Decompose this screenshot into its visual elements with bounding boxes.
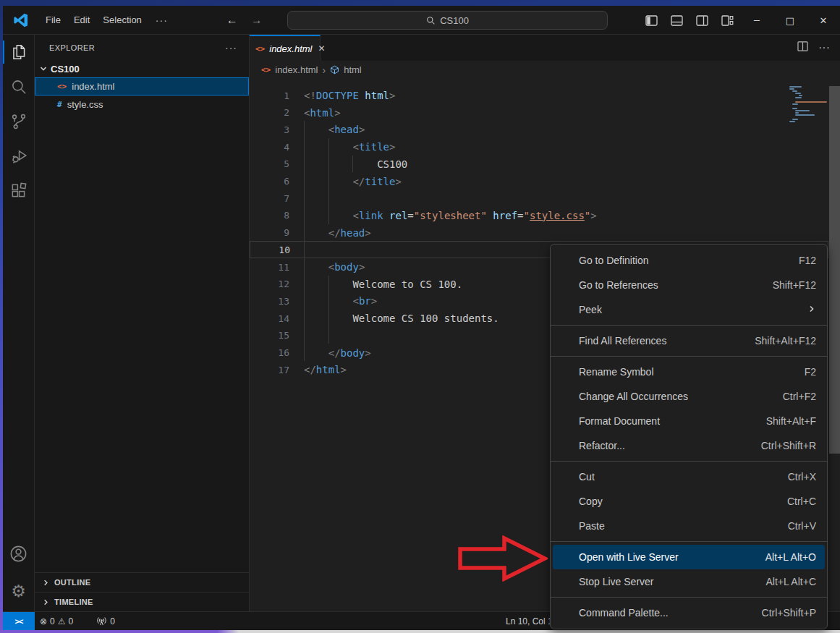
file-row-style-css[interactable]: #style.css — [35, 95, 249, 114]
menu-item-peek[interactable]: Peek — [553, 297, 825, 322]
tab-close-icon[interactable]: ✕ — [318, 43, 326, 54]
code-line-3[interactable]: 3 <head> — [250, 121, 828, 138]
code-line-8[interactable]: 8 <link rel="stylesheet" href="style.css… — [250, 207, 828, 224]
menu-separator — [551, 325, 827, 326]
chevron-right-icon — [42, 579, 50, 587]
menu-item-label: Go to References — [579, 279, 658, 291]
forward-icon[interactable]: → — [245, 14, 269, 27]
menu-item-shortcut: Ctrl+F2 — [783, 391, 816, 402]
menu-item-shortcut: Shift+Alt+F — [766, 415, 816, 427]
file-tree: <>index.html#style.css — [35, 77, 249, 114]
window-controls: ─ □ ✕ — [639, 6, 840, 35]
menu-item-shortcut: Alt+L Alt+O — [765, 551, 816, 563]
code-line-2[interactable]: 2<html> — [250, 104, 828, 122]
close-button[interactable]: ✕ — [807, 6, 840, 35]
folder-row-cs100[interactable]: CS100 — [35, 60, 249, 77]
port-count: 0 — [110, 616, 115, 626]
menu-item-label: Copy — [579, 496, 603, 507]
menu-item-command-palette[interactable]: Command Palette...Ctrl+Shift+P — [553, 600, 825, 625]
warning-icon: ⚠ — [58, 616, 66, 626]
breadcrumb: <> index.html › html — [250, 61, 840, 79]
outline-section[interactable]: OUTLINE — [35, 572, 249, 592]
menu-file[interactable]: File — [39, 12, 67, 28]
run-debug-icon[interactable] — [3, 139, 35, 174]
menu-item-refactor[interactable]: Refactor...Ctrl+Shift+R — [553, 433, 825, 458]
toggle-sidebar-icon[interactable] — [645, 15, 658, 26]
menu-selection[interactable]: Selection — [96, 12, 148, 28]
breadcrumb-symbol[interactable]: html — [344, 64, 362, 75]
search-sidebar-icon[interactable] — [3, 69, 35, 104]
file-row-index-html[interactable]: <>index.html — [35, 77, 249, 95]
source-control-icon[interactable] — [3, 104, 35, 139]
breadcrumb-file[interactable]: index.html — [275, 64, 318, 75]
menu-item-label: Peek — [579, 304, 602, 315]
maximize-button[interactable]: □ — [773, 6, 807, 35]
html-file-icon: <> — [261, 65, 271, 75]
sidebar-more-icon[interactable]: ··· — [225, 42, 237, 54]
search-icon — [426, 16, 436, 25]
outline-label: OUTLINE — [54, 578, 90, 587]
menu-item-shortcut: Alt+L Alt+C — [765, 576, 816, 587]
account-icon[interactable] — [3, 536, 35, 571]
menu-item-rename-symbol[interactable]: Rename SymbolF2 — [553, 360, 825, 384]
code-line-7[interactable]: 7 — [250, 190, 828, 207]
timeline-label: TIMELINE — [54, 598, 93, 606]
menu-edit[interactable]: Edit — [67, 12, 96, 28]
code-line-4[interactable]: 4 <title> — [250, 138, 828, 156]
settings-gear-icon[interactable]: ⚙ — [3, 571, 35, 611]
menu-item-open-with-live-server[interactable]: Open with Live ServerAlt+L Alt+O — [553, 545, 825, 569]
more-menus-icon[interactable]: ··· — [148, 14, 175, 26]
menu-item-format-document[interactable]: Format DocumentShift+Alt+F — [553, 409, 825, 433]
menu-item-copy[interactable]: CopyCtrl+C — [553, 489, 825, 514]
back-icon[interactable]: ← — [220, 14, 245, 27]
submenu-chevron-icon — [807, 304, 816, 315]
activity-bar: ⚙ — [3, 35, 35, 611]
menu-item-shortcut: Ctrl+V — [788, 520, 816, 532]
menu-item-find-all-references[interactable]: Find All ReferencesShift+Alt+F12 — [553, 328, 825, 353]
context-menu: Go to DefinitionF12Go to ReferencesShift… — [550, 244, 828, 629]
broadcast-icon — [96, 616, 107, 626]
menu-item-stop-live-server[interactable]: Stop Live ServerAlt+L Alt+C — [553, 569, 825, 594]
scrollbar[interactable] — [829, 86, 840, 454]
menu-item-cut[interactable]: CutCtrl+X — [553, 464, 825, 489]
editor-more-icon[interactable]: ··· — [818, 41, 830, 54]
toggle-panel-icon[interactable] — [671, 15, 683, 26]
annotation-arrow — [458, 535, 548, 582]
code-line-9[interactable]: 9 </head> — [250, 224, 828, 242]
code-line-5[interactable]: 5 CS100 — [250, 156, 828, 173]
menu-separator — [551, 356, 827, 357]
remote-icon: >< — [15, 617, 23, 626]
minimap[interactable] — [789, 86, 824, 123]
menu-item-label: Find All References — [579, 335, 666, 347]
tab-index-html[interactable]: <> index.html ✕ — [250, 35, 321, 61]
remote-indicator[interactable]: >< — [3, 612, 35, 630]
menu-item-change-all-occurrences[interactable]: Change All OccurrencesCtrl+F2 — [553, 384, 825, 409]
code-line-1[interactable]: 1<!DOCTYPE html> — [250, 87, 828, 104]
menu-item-shortcut: Shift+F12 — [773, 279, 816, 291]
tab-bar: <> index.html ✕ ··· — [250, 35, 840, 61]
menu-item-paste[interactable]: PasteCtrl+V — [553, 514, 825, 538]
extensions-icon[interactable] — [3, 174, 35, 208]
code-line-6[interactable]: 6 </title> — [250, 173, 828, 190]
command-center-search[interactable]: CS100 — [287, 11, 608, 30]
html-file-icon: <> — [57, 82, 67, 91]
timeline-section[interactable]: TIMELINE — [35, 592, 249, 611]
desktop-background: File Edit Selection ··· ← → CS100 — [0, 0, 840, 633]
customize-layout-icon[interactable] — [721, 15, 734, 26]
split-editor-icon[interactable] — [797, 41, 808, 54]
cursor-position[interactable]: Ln 10, Col 1 — [501, 612, 558, 630]
search-value: CS100 — [440, 15, 469, 26]
explorer-sidebar: EXPLORER ··· CS100 <>index.html#style.cs… — [35, 35, 250, 611]
menu-item-label: Command Palette... — [579, 607, 669, 619]
desktop-bottom-strip — [0, 630, 840, 633]
toggle-secondary-sidebar-icon[interactable] — [696, 15, 708, 26]
explorer-icon[interactable] — [3, 35, 35, 69]
live-server-port-status[interactable]: 0 — [91, 612, 120, 630]
problems-status[interactable]: ⊗ 0 ⚠ 0 — [35, 612, 78, 630]
css-file-icon: # — [57, 100, 62, 109]
menu-separator — [551, 461, 827, 462]
menu-item-go-to-references[interactable]: Go to ReferencesShift+F12 — [553, 273, 825, 297]
minimize-button[interactable]: ─ — [740, 6, 773, 35]
menu-item-label: Go to Definition — [579, 255, 649, 266]
menu-item-go-to-definition[interactable]: Go to DefinitionF12 — [553, 248, 825, 273]
